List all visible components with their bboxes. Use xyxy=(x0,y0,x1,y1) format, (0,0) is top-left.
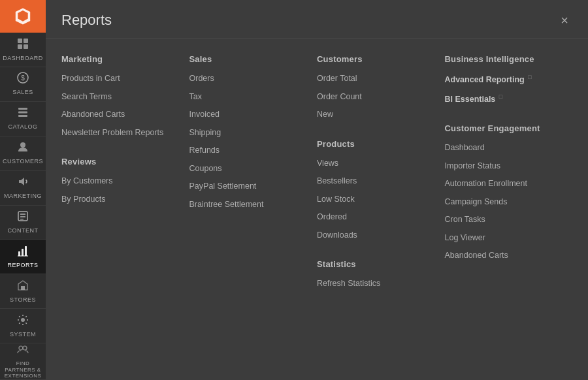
marketing-icon xyxy=(17,176,29,189)
ordered-link[interactable]: Ordered xyxy=(317,212,432,223)
find-partners-icon xyxy=(17,343,29,357)
svg-rect-6 xyxy=(18,108,27,110)
svg-rect-18 xyxy=(21,286,25,290)
content-icon xyxy=(17,210,29,224)
reviews-section: Reviews By Customers By Products xyxy=(61,157,176,205)
bi-essentials-link[interactable]: BI Essentials □ xyxy=(445,93,560,106)
customer-engagement-section: Customer Engagement Dashboard Importer S… xyxy=(445,123,560,262)
sales-column: Sales Orders Tax Invoiced Shipping Refun… xyxy=(189,54,318,370)
new-customers-link[interactable]: New xyxy=(317,109,432,121)
products-section-title: Products xyxy=(317,139,432,149)
sidebar-item-reports[interactable]: REPORTS xyxy=(0,240,46,274)
braintree-settlement-link[interactable]: Braintree Settlement xyxy=(189,199,304,211)
tax-link[interactable]: Tax xyxy=(189,91,304,103)
refresh-statistics-link[interactable]: Refresh Statistics xyxy=(317,278,432,290)
svg-rect-12 xyxy=(20,216,25,217)
sidebar-item-content[interactable]: CONTENT xyxy=(0,206,46,240)
customers-icon xyxy=(17,141,29,155)
svg-rect-7 xyxy=(18,112,27,114)
advanced-reporting-link[interactable]: Advanced Reporting □ xyxy=(445,73,560,86)
reviews-section-title: Reviews xyxy=(61,157,176,166)
svg-rect-1 xyxy=(24,39,28,43)
sidebar-item-marketing[interactable]: MARKETING xyxy=(0,171,46,206)
cron-tasks-link[interactable]: Cron Tasks xyxy=(445,214,560,226)
stores-icon xyxy=(17,279,29,293)
svg-text:$: $ xyxy=(21,74,25,82)
sidebar-item-label: SYSTEM xyxy=(10,331,36,338)
sidebar-item-label: CUSTOMERS xyxy=(3,158,43,165)
customers-column: Customers Order Total Order Count New Pr… xyxy=(317,54,445,370)
sidebar-item-label: STORES xyxy=(10,296,36,304)
products-in-cart-link[interactable]: Products in Cart xyxy=(61,73,176,85)
svg-rect-8 xyxy=(18,115,27,117)
svg-point-9 xyxy=(20,142,25,148)
sidebar-item-catalog[interactable]: CATALOG xyxy=(0,102,46,136)
marketing-section-title: Marketing xyxy=(61,54,176,64)
reports-icon xyxy=(17,245,29,259)
reviews-by-customers-link[interactable]: By Customers xyxy=(61,176,176,187)
ce-dashboard-link[interactable]: Dashboard xyxy=(445,142,560,154)
automation-enrollment-link[interactable]: Automation Enrollment xyxy=(445,178,560,190)
external-icon: □ xyxy=(499,93,502,100)
abandoned-carts-link[interactable]: Abandoned Carts xyxy=(61,109,176,121)
order-total-link[interactable]: Order Total xyxy=(317,73,432,85)
shipping-link[interactable]: Shipping xyxy=(189,127,304,139)
sidebar-item-find-partners[interactable]: FIND PARTNERS & EXTENSIONS xyxy=(0,343,46,380)
search-terms-link[interactable]: Search Terms xyxy=(61,91,176,103)
svg-rect-16 xyxy=(25,246,27,256)
bestsellers-link[interactable]: Bestsellers xyxy=(317,176,432,187)
sidebar-item-system[interactable]: SYSTEM xyxy=(0,309,46,343)
downloads-link[interactable]: Downloads xyxy=(317,230,432,242)
customers-section-title: Customers xyxy=(317,54,432,64)
sidebar-item-sales[interactable]: $ SALES xyxy=(0,67,46,102)
newsletter-problem-reports-link[interactable]: Newsletter Problem Reports xyxy=(61,127,176,139)
sidebar-logo xyxy=(0,0,46,33)
products-section: Products Views Bestsellers Low Stock Ord… xyxy=(317,139,432,242)
sales-icon: $ xyxy=(17,72,29,86)
refunds-link[interactable]: Refunds xyxy=(189,145,304,157)
sales-section-title: Sales xyxy=(189,54,304,64)
external-icon: □ xyxy=(528,74,531,80)
sidebar-item-label: MARKETING xyxy=(4,193,42,200)
sales-section: Sales Orders Tax Invoiced Shipping Refun… xyxy=(189,54,304,210)
reviews-by-products-link[interactable]: By Products xyxy=(61,194,176,206)
svg-rect-14 xyxy=(18,251,20,256)
bi-section-title: Business Intelligence xyxy=(445,54,560,64)
product-views-link[interactable]: Views xyxy=(317,158,432,170)
system-icon xyxy=(17,314,29,328)
paypal-settlement-link[interactable]: PayPal Settlement xyxy=(189,181,304,193)
customer-engagement-title: Customer Engagement xyxy=(445,123,560,133)
coupons-link[interactable]: Coupons xyxy=(189,163,304,175)
sidebar-item-dashboard[interactable]: DASHBOARD xyxy=(0,33,46,67)
sidebar: DASHBOARD $ SALES CATALOG CUSTOME xyxy=(0,0,46,380)
sidebar-item-label: SALES xyxy=(12,89,33,96)
importer-status-link[interactable]: Importer Status xyxy=(445,161,560,172)
order-count-link[interactable]: Order Count xyxy=(317,91,432,103)
sidebar-item-label: DASHBOARD xyxy=(3,55,43,62)
statistics-section: Statistics Refresh Statistics xyxy=(317,259,432,290)
sidebar-item-customers[interactable]: CUSTOMERS xyxy=(0,136,46,171)
svg-rect-0 xyxy=(18,39,22,43)
log-viewer-link[interactable]: Log Viewer xyxy=(445,232,560,244)
reports-content: Marketing Products in Cart Search Terms … xyxy=(46,39,588,380)
close-button[interactable]: × xyxy=(557,12,572,28)
svg-rect-13 xyxy=(20,219,24,220)
svg-rect-3 xyxy=(24,44,28,49)
customers-section: Customers Order Total Order Count New xyxy=(317,54,432,121)
page-title: Reports xyxy=(61,12,112,29)
svg-rect-11 xyxy=(20,214,25,215)
marketing-column: Marketing Products in Cart Search Terms … xyxy=(61,54,189,370)
invoiced-link[interactable]: Invoiced xyxy=(189,109,304,121)
low-stock-link[interactable]: Low Stock xyxy=(317,194,432,206)
sidebar-item-label: FIND PARTNERS & EXTENSIONS xyxy=(0,360,46,379)
reports-header: Reports × xyxy=(46,0,588,39)
campaign-sends-link[interactable]: Campaign Sends xyxy=(445,197,560,208)
ce-abandoned-carts-link[interactable]: Abandoned Carts xyxy=(445,250,560,262)
sidebar-item-stores[interactable]: STORES xyxy=(0,274,46,309)
svg-point-19 xyxy=(21,318,25,322)
svg-rect-15 xyxy=(22,249,24,256)
svg-rect-2 xyxy=(18,44,22,49)
orders-link[interactable]: Orders xyxy=(189,73,304,85)
sidebar-item-label: REPORTS xyxy=(8,262,39,269)
bi-column: Business Intelligence Advanced Reporting… xyxy=(445,54,573,370)
